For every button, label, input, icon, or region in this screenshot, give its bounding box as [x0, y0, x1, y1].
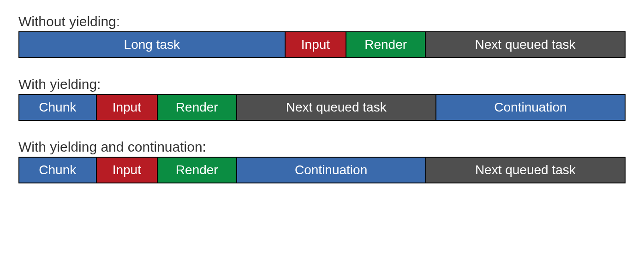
task-block: Chunk [18, 94, 97, 121]
task-block: Continuation [436, 94, 626, 121]
task-block: Next queued task [426, 157, 626, 183]
section-title: With yielding: [18, 77, 626, 92]
section: Without yielding:Long taskInputRenderNex… [18, 14, 626, 58]
section-title: With yielding and continuation: [18, 139, 626, 155]
task-block: Next queued task [426, 31, 626, 58]
diagram-root: Without yielding:Long taskInputRenderNex… [18, 14, 626, 183]
task-block: Continuation [237, 157, 426, 183]
task-block: Chunk [18, 157, 97, 183]
bar-row: ChunkInputRenderContinuationNext queued … [18, 157, 626, 183]
task-block: Render [158, 94, 237, 121]
task-block: Long task [18, 31, 286, 58]
task-block: Next queued task [237, 94, 436, 121]
task-block: Render [346, 31, 426, 58]
section-title: Without yielding: [18, 14, 626, 29]
section: With yielding:ChunkInputRenderNext queue… [18, 77, 626, 121]
bar-row: Long taskInputRenderNext queued task [18, 31, 626, 58]
task-block: Render [158, 157, 237, 183]
bar-row: ChunkInputRenderNext queued taskContinua… [18, 94, 626, 121]
task-block: Input [97, 157, 158, 183]
task-block: Input [97, 94, 158, 121]
section: With yielding and continuation:ChunkInpu… [18, 139, 626, 183]
task-block: Input [286, 31, 347, 58]
